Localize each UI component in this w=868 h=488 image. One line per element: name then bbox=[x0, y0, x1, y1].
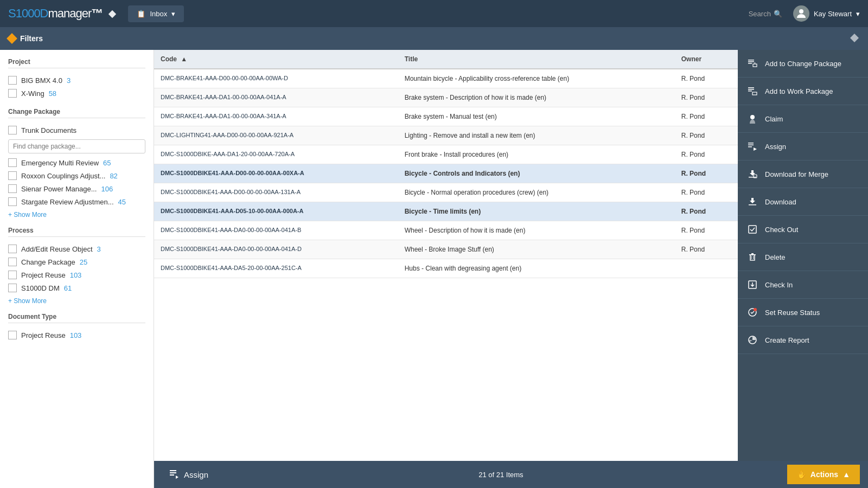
actions-button[interactable]: ✋ Actions ▲ bbox=[787, 465, 860, 484]
inbox-icon: 📋 bbox=[137, 10, 145, 18]
checkbox-emergency[interactable] bbox=[8, 158, 17, 167]
cell-title: Front brake - Install procedures (en) bbox=[398, 145, 675, 164]
content-area: Code ▲ Title Owner Assigned Functions DM… bbox=[154, 50, 868, 488]
inbox-label: Inbox bbox=[150, 10, 167, 18]
cell-title: Mountain bicycle - Applicability cross-r… bbox=[398, 69, 675, 88]
filter-settings-icon[interactable] bbox=[849, 33, 860, 45]
col-title[interactable]: Title bbox=[398, 50, 675, 69]
svg-rect-8 bbox=[748, 87, 754, 88]
sidebar-item-trunk[interactable]: Trunk Documents bbox=[8, 124, 145, 137]
context-menu-item-add-to-change-package[interactable]: Add to Change Package bbox=[738, 50, 868, 78]
sidebar-item-sienar[interactable]: Sienar Power Manage... 106 bbox=[8, 182, 145, 195]
items-count: 21 of 21 Items bbox=[215, 471, 787, 479]
inbox-tab[interactable]: 📋 Inbox ▾ bbox=[128, 5, 184, 22]
svg-point-12 bbox=[750, 115, 755, 119]
cell-owner: R. Pond bbox=[675, 183, 733, 202]
sidebar-item-s1000ddm[interactable]: S1000D DM 61 bbox=[8, 281, 145, 294]
main-layout: Project BIG BMX 4.0 3 X-Wing 58 Change P… bbox=[0, 50, 868, 488]
col-owner[interactable]: Owner bbox=[675, 50, 733, 69]
show-more-2[interactable]: + Show More bbox=[8, 297, 145, 305]
avatar bbox=[793, 5, 809, 22]
context-menu-item-add-to-work-package[interactable]: Add to Work Package bbox=[738, 78, 868, 105]
user-area[interactable]: Kay Stewart ▾ bbox=[793, 5, 860, 22]
sidebar-item-docreuse[interactable]: Project Reuse 103 bbox=[8, 329, 145, 342]
context-menu: Add to Change Package Add to Work Packag… bbox=[738, 50, 868, 461]
cell-owner: R. Pond bbox=[675, 126, 733, 145]
sidebar-item-emergency[interactable]: Emergency Multi Review 65 bbox=[8, 156, 145, 169]
context-menu-item-claim[interactable]: Claim bbox=[738, 105, 868, 133]
checkbox-s1000ddm[interactable] bbox=[8, 284, 17, 292]
cell-title: Brake system - Description of how it is … bbox=[398, 88, 675, 107]
cell-owner bbox=[675, 259, 733, 278]
sidebar-item-addedit[interactable]: Add/Edit Reuse Object 3 bbox=[8, 242, 145, 255]
checkbox-bigbmx[interactable] bbox=[8, 76, 17, 85]
context-menu-item-assign[interactable]: Assign bbox=[738, 133, 868, 160]
show-more-1[interactable]: + Show More bbox=[8, 211, 145, 219]
check-out-icon bbox=[746, 223, 758, 235]
context-menu-item-download-for-merge[interactable]: Download for Merge bbox=[738, 160, 868, 188]
sidebar-item-stargate[interactable]: Stargate Review Adjustmen... 45 bbox=[8, 195, 145, 208]
checkbox-changepackage[interactable] bbox=[8, 258, 17, 266]
menu-item-label: Claim bbox=[765, 115, 783, 123]
context-menu-item-check-in[interactable]: Check In bbox=[738, 271, 868, 299]
menu-item-label: Add to Change Package bbox=[765, 60, 841, 68]
assign-button[interactable]: Assign bbox=[162, 464, 215, 485]
svg-rect-10 bbox=[748, 91, 752, 92]
checkbox-projectreuse[interactable] bbox=[8, 271, 17, 279]
sidebar-count-sienar: 106 bbox=[101, 185, 113, 193]
checkbox-trunk[interactable] bbox=[8, 126, 17, 134]
sidebar-label-projectreuse: Project Reuse bbox=[21, 271, 66, 279]
checkbox-docreuse[interactable] bbox=[8, 331, 17, 339]
svg-marker-2 bbox=[850, 34, 859, 42]
cell-title: Bicycle - Normal operation procedures (c… bbox=[398, 183, 675, 202]
header: S1000Dmanager™ 📋 Inbox ▾ Search 🔍 Kay St… bbox=[0, 0, 868, 27]
find-change-package-input[interactable] bbox=[8, 139, 145, 153]
svg-rect-17 bbox=[749, 177, 756, 178]
sidebar-count-roxxon: 82 bbox=[110, 172, 117, 180]
actions-label: Actions bbox=[810, 470, 838, 479]
sidebar-count-addedit: 3 bbox=[97, 245, 101, 253]
cell-owner: R. Pond bbox=[675, 88, 733, 107]
context-menu-item-create-report[interactable]: Create Report bbox=[738, 326, 868, 354]
delete-icon bbox=[746, 251, 758, 263]
sidebar-item-roxxon[interactable]: Roxxon Couplings Adjust... 82 bbox=[8, 169, 145, 182]
add-to-change-package-icon bbox=[746, 57, 758, 69]
sidebar-item-projectreuse[interactable]: Project Reuse 103 bbox=[8, 268, 145, 281]
assign-icon bbox=[746, 140, 758, 152]
svg-marker-0 bbox=[108, 10, 116, 18]
sidebar-item-bigbmx[interactable]: BIG BMX 4.0 3 bbox=[8, 74, 145, 87]
col-code[interactable]: Code ▲ bbox=[154, 50, 398, 69]
cell-code: DMC-S1000DBIKE-AAA-DA1-20-00-00AA-720A-A bbox=[154, 145, 398, 164]
svg-rect-15 bbox=[748, 146, 752, 147]
sidebar-count-docreuse: 103 bbox=[70, 331, 82, 339]
context-menu-item-delete[interactable]: Delete bbox=[738, 243, 868, 271]
add-to-work-package-icon bbox=[746, 85, 758, 97]
svg-rect-14 bbox=[748, 145, 754, 146]
checkbox-roxxon[interactable] bbox=[8, 171, 17, 180]
svg-rect-25 bbox=[751, 253, 754, 254]
svg-rect-3 bbox=[748, 60, 754, 61]
checkbox-xwing[interactable] bbox=[8, 89, 17, 98]
context-menu-item-download[interactable]: Download bbox=[738, 188, 868, 216]
context-menu-item-set-reuse-status[interactable]: Set Reuse Status bbox=[738, 299, 868, 326]
cell-code: DMC-BRAKE41-AAA-D00-00-00-00AA-00WA-D bbox=[154, 69, 398, 88]
menu-item-label: Add to Work Package bbox=[765, 87, 833, 95]
context-menu-item-check-out[interactable]: Check Out bbox=[738, 216, 868, 243]
search-area[interactable]: Search 🔍 bbox=[749, 10, 782, 18]
menu-item-label: Download for Merge bbox=[765, 170, 828, 178]
svg-point-1 bbox=[799, 9, 803, 14]
actions-chevron-icon: ▲ bbox=[843, 470, 850, 479]
sidebar-label-changepackage: Change Package bbox=[21, 258, 75, 266]
checkbox-sienar[interactable] bbox=[8, 184, 17, 193]
sidebar-label-s1000ddm: S1000D DM bbox=[21, 284, 60, 292]
checkbox-stargate[interactable] bbox=[8, 197, 17, 206]
sidebar-change-package-title: Change Package bbox=[8, 108, 145, 118]
sidebar-item-changepackage[interactable]: Change Package 25 bbox=[8, 255, 145, 268]
cell-owner: R. Pond bbox=[675, 164, 733, 183]
sidebar-process-title: Process bbox=[8, 227, 145, 237]
user-chevron-icon: ▾ bbox=[856, 10, 860, 18]
menu-item-label: Create Report bbox=[765, 336, 809, 344]
svg-rect-13 bbox=[748, 143, 754, 144]
sidebar-item-xwing[interactable]: X-Wing 58 bbox=[8, 87, 145, 100]
checkbox-addedit[interactable] bbox=[8, 245, 17, 253]
